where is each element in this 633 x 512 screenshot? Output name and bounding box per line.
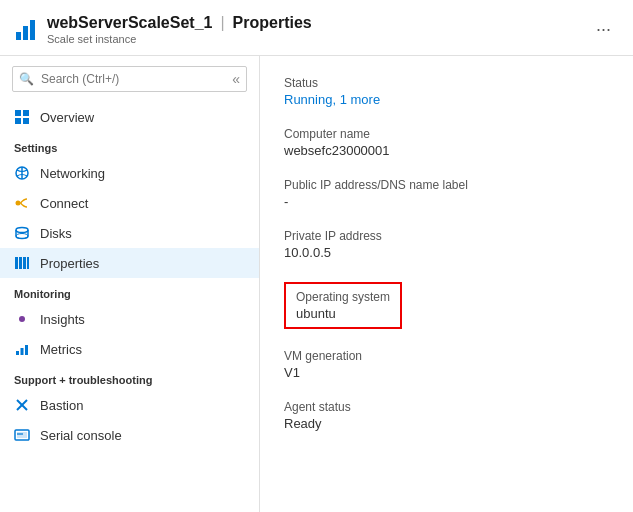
metrics-icon [14,341,30,357]
logo [16,20,35,40]
disks-icon [14,225,30,241]
search-box: 🔍 « [12,66,247,92]
svg-rect-3 [23,118,29,124]
page-header: webServerScaleSet_1 | Properties Scale s… [0,0,633,56]
page-title: webServerScaleSet_1 | Properties [47,14,590,32]
collapse-icon[interactable]: « [232,71,240,87]
sidebar-item-connect[interactable]: Connect [0,188,259,218]
private-ip-value: 10.0.0.5 [284,245,609,260]
private-ip-group: Private IP address 10.0.0.5 [284,229,609,260]
svg-rect-0 [15,110,21,116]
svg-rect-16 [21,348,24,355]
connect-label: Connect [40,196,88,211]
overview-label: Overview [40,110,94,125]
computer-name-label: Computer name [284,127,609,141]
public-ip-group: Public IP address/DNS name label - [284,178,609,209]
os-group: Operating system ubuntu [284,280,609,329]
sidebar-item-serial-console[interactable]: Serial console [0,420,259,450]
sidebar-item-metrics[interactable]: Metrics [0,334,259,364]
properties-label: Properties [40,256,99,271]
insights-icon [14,311,30,327]
search-input[interactable] [12,66,247,92]
header-titles: webServerScaleSet_1 | Properties Scale s… [47,14,590,45]
sidebar-item-disks[interactable]: Disks [0,218,259,248]
computer-name-group: Computer name websefc23000001 [284,127,609,158]
svg-point-6 [16,201,21,206]
public-ip-label: Public IP address/DNS name label [284,178,609,192]
search-icon: 🔍 [19,72,34,86]
svg-rect-12 [27,257,29,269]
status-group: Status Running, 1 more [284,76,609,107]
settings-section-label: Settings [0,132,259,158]
os-highlighted-box: Operating system ubuntu [284,282,402,329]
disks-label: Disks [40,226,72,241]
sidebar-item-networking[interactable]: Networking [0,158,259,188]
sidebar-item-properties[interactable]: Properties [0,248,259,278]
public-ip-value: - [284,194,609,209]
overview-icon [14,109,30,125]
svg-point-14 [21,318,24,321]
svg-rect-11 [23,257,26,269]
agent-status-value: Ready [284,416,609,431]
more-options-button[interactable]: ··· [590,19,617,40]
sidebar-item-overview[interactable]: Overview [0,102,259,132]
sidebar: 🔍 « Overview Settings [0,56,260,512]
vm-gen-value: V1 [284,365,609,380]
agent-status-label: Agent status [284,400,609,414]
svg-point-7 [16,228,28,233]
agent-status-group: Agent status Ready [284,400,609,431]
svg-rect-2 [15,118,21,124]
monitoring-section-label: Monitoring [0,278,259,304]
resource-name: webServerScaleSet_1 [47,14,212,32]
support-section-label: Support + troubleshooting [0,364,259,390]
logo-bar-3 [30,20,35,40]
connect-icon [14,195,30,211]
status-label: Status [284,76,609,90]
svg-rect-17 [25,345,28,355]
insights-label: Insights [40,312,85,327]
svg-rect-15 [16,351,19,355]
networking-label: Networking [40,166,105,181]
main-layout: 🔍 « Overview Settings [0,56,633,512]
logo-bar-2 [23,26,28,40]
resource-subtitle: Scale set instance [47,33,590,45]
serial-console-icon [14,427,30,443]
metrics-label: Metrics [40,342,82,357]
private-ip-label: Private IP address [284,229,609,243]
serial-console-label: Serial console [40,428,122,443]
logo-bars [16,20,35,40]
svg-rect-1 [23,110,29,116]
os-value: ubuntu [296,306,390,321]
svg-rect-9 [15,257,18,269]
page-section: Properties [233,14,312,32]
vm-gen-label: VM generation [284,349,609,363]
logo-bar-1 [16,32,21,40]
svg-rect-10 [19,257,22,269]
bastion-label: Bastion [40,398,83,413]
properties-content: Status Running, 1 more Computer name web… [260,56,633,512]
title-separator: | [220,14,224,32]
svg-rect-21 [17,432,27,438]
networking-icon [14,165,30,181]
computer-name-value: websefc23000001 [284,143,609,158]
properties-icon [14,255,30,271]
sidebar-item-bastion[interactable]: Bastion [0,390,259,420]
sidebar-item-insights[interactable]: Insights [0,304,259,334]
vm-gen-group: VM generation V1 [284,349,609,380]
bastion-icon [14,397,30,413]
os-label: Operating system [296,290,390,304]
status-value[interactable]: Running, 1 more [284,92,609,107]
